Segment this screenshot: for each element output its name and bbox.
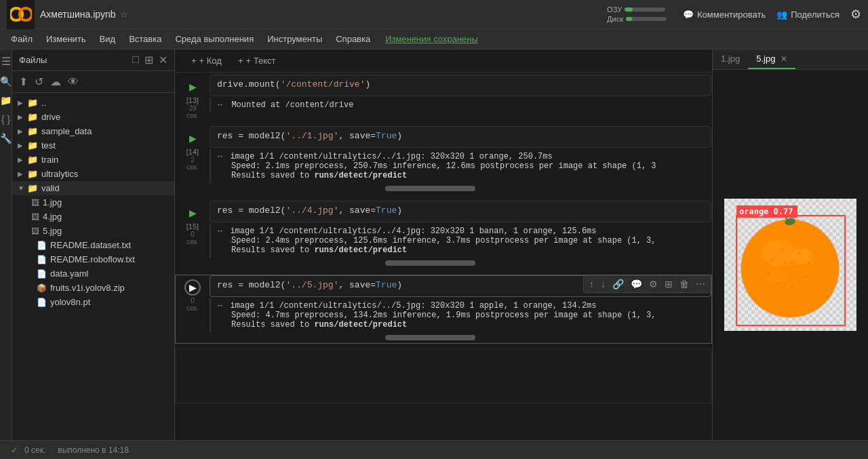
cell-15-gutter: ▶ [15] 0сек. xyxy=(176,201,210,268)
image-tab-close-icon[interactable]: ✕ xyxy=(781,54,787,64)
file-tree: ▶ 📁 .. ▶ 📁 drive ▶ 📁 sample_data ▶ 📁 tes… xyxy=(12,93,174,442)
menubar: Файл Изменить Вид Вставка Среда выполнен… xyxy=(0,29,868,49)
cell-settings-btn[interactable]: ⚙ xyxy=(646,277,660,291)
cell-comment-btn[interactable]: 💬 xyxy=(628,277,645,291)
cell-14-code[interactable]: res = model2('../1.jpg', save=True) xyxy=(210,126,711,148)
sidebar-toolbar: ⬆ ↺ ☁ 👁 xyxy=(12,71,174,93)
tree-folder-dotdot[interactable]: ▶ 📁 .. xyxy=(12,96,174,110)
top-right-actions: ОЗУ Диск 💬 Комментировать 👥 Поделиться ⚙ xyxy=(607,5,861,23)
code-icon[interactable]: { } xyxy=(1,114,10,125)
menu-runtime[interactable]: Среда выполнения xyxy=(170,33,259,45)
files-icon[interactable]: 📁 xyxy=(0,95,12,106)
cell-delete-btn[interactable]: 🗑 xyxy=(677,277,692,291)
refresh-icon[interactable]: ↺ xyxy=(33,74,45,89)
sidebar-toggle-icon[interactable]: ☰ xyxy=(1,55,11,68)
sidebar-header-icons: □ ⊞ ✕ xyxy=(132,54,167,66)
saved-status[interactable]: Изменения сохранены xyxy=(385,34,478,44)
tree-folder-train[interactable]: ▶ 📁 train xyxy=(12,153,174,167)
tree-file-readme-roboflow[interactable]: ▶ 📄 README.roboflow.txt xyxy=(12,252,174,266)
add-code-icon: + xyxy=(191,56,197,66)
new-file-icon[interactable]: □ xyxy=(132,54,139,66)
output-icon-14: ↔ xyxy=(218,152,222,161)
menu-help[interactable]: Справка xyxy=(330,33,376,45)
tree-file-fruits-zip[interactable]: ▶ 📦 fruits.v1i.yolov8.zip xyxy=(12,281,174,295)
cell-move-down-btn[interactable]: ↓ xyxy=(598,277,608,291)
upload-icon[interactable]: ⬆ xyxy=(18,74,29,89)
disk-progress xyxy=(626,17,667,21)
comment-button[interactable]: 💬 Комментировать xyxy=(683,9,766,20)
bottombar: ✓ 0 сек. выполнено в 14:18 xyxy=(0,440,868,459)
cell-toolbar: ↑ ↓ 🔗 💬 ⚙ ⊞ 🗑 ⋯ xyxy=(583,275,711,293)
cell-14-run-button[interactable]: ▶ xyxy=(184,130,201,146)
cell-active-scrollbar[interactable] xyxy=(210,334,711,342)
cell-14-scrollbar[interactable] xyxy=(210,184,711,193)
svg-point-14 xyxy=(798,252,800,254)
eye-icon[interactable]: 👁 xyxy=(66,75,80,89)
image-viewer: orange 0.77 xyxy=(713,70,868,459)
add-code-button[interactable]: + + Код xyxy=(186,54,227,68)
status-time: 0 сек. xyxy=(24,445,45,455)
cell-link-btn[interactable]: 🔗 xyxy=(610,277,627,291)
comment-icon: 💬 xyxy=(683,9,694,20)
cell-15-code[interactable]: res = model2('../4.jpg', save=True) xyxy=(210,201,711,222)
add-text-button[interactable]: + + Текст xyxy=(233,54,281,68)
right-panel: 1.jpg 5.jpg ✕ xyxy=(712,49,868,459)
resource-indicators: ОЗУ Диск xyxy=(607,5,667,23)
sidebar-title: Файлы xyxy=(19,55,47,65)
menu-file[interactable]: Файл xyxy=(5,33,38,45)
cell-14-gutter: ▶ [14] 2сек. xyxy=(176,126,210,194)
cell-15-run-button[interactable]: ▶ xyxy=(184,205,201,221)
cell-13-code[interactable]: drive.mount('/content/drive') xyxy=(210,75,711,96)
tree-file-1jpg[interactable]: 🖼 1.jpg xyxy=(12,195,174,209)
expand-icon[interactable]: ⊞ xyxy=(144,54,153,66)
cell-15-time: 0сек. xyxy=(186,231,199,245)
close-sidebar-icon[interactable]: ✕ xyxy=(159,54,167,66)
menu-tools[interactable]: Инструменты xyxy=(262,33,328,45)
cell-move-up-btn[interactable]: ↑ xyxy=(587,277,597,291)
cell-13-gutter: ▶ [13] 29сек. xyxy=(176,75,210,119)
cell-15-scrollbar[interactable] xyxy=(210,259,711,267)
tree-file-readme-dataset[interactable]: ▶ 📄 README.dataset.txt xyxy=(12,238,174,252)
tree-folder-valid[interactable]: ▼ 📁 valid xyxy=(12,181,174,195)
cell-13-run-button[interactable]: ▶ xyxy=(184,79,201,95)
tree-file-data-yaml[interactable]: ▶ 📄 data.yaml xyxy=(12,266,174,281)
cell-active-run-button[interactable]: ▶ xyxy=(184,279,201,296)
tree-file-4jpg[interactable]: 🖼 4.jpg xyxy=(12,209,174,224)
sidebar-header: Файлы □ ⊞ ✕ xyxy=(12,49,174,71)
tree-file-yolov8n[interactable]: ▶ 📄 yolov8n.pt xyxy=(12,295,174,309)
menu-insert[interactable]: Вставка xyxy=(123,33,167,45)
check-icon: ✓ xyxy=(11,445,18,455)
menu-view[interactable]: Вид xyxy=(94,33,121,45)
menu-edit[interactable]: Изменить xyxy=(41,33,92,45)
cell-14-number: [14] xyxy=(186,148,199,156)
output-icon-15: ↔ xyxy=(218,226,222,236)
svg-text:orange  0.77: orange 0.77 xyxy=(739,207,793,216)
image-tab-5jpg[interactable]: 5.jpg ✕ xyxy=(748,49,795,69)
image-tab-1jpg[interactable]: 1.jpg xyxy=(713,49,748,69)
star-icon[interactable]: ☆ xyxy=(120,9,128,20)
cell-13: ▶ [13] 29сек. drive.mount('/content/driv… xyxy=(175,74,712,120)
notebook-title: Ахметшина.ipynb xyxy=(40,9,116,20)
ram-progress xyxy=(625,7,665,12)
cell-14: ▶ [14] 2сек. res = model2('../1.jpg', sa… xyxy=(175,125,712,195)
output-icon-active: ↔ xyxy=(218,301,222,311)
tree-file-5jpg[interactable]: 🖼 5.jpg xyxy=(12,224,174,238)
disk-label-top: Диск xyxy=(607,15,623,23)
tree-folder-ultralytics[interactable]: ▶ 📁 ultralytics xyxy=(12,167,174,181)
tools-side-icon[interactable]: 🔧 xyxy=(0,133,12,144)
share-button[interactable]: 👥 Поделиться xyxy=(776,9,840,20)
cell-more-btn[interactable]: ⋯ xyxy=(693,277,708,291)
cell-expand-btn[interactable]: ⊞ xyxy=(662,277,675,291)
cell-13-number: [13] xyxy=(186,96,199,104)
settings-icon[interactable]: ⚙ xyxy=(850,7,861,22)
orange-image-container: orange 0.77 xyxy=(724,199,856,331)
svg-point-9 xyxy=(762,239,795,266)
sidebar: Файлы □ ⊞ ✕ ⬆ ↺ ☁ 👁 ▶ 📁 .. ▶ 📁 drive xyxy=(12,49,175,459)
notebook-area: + + Код + + Текст ▶ [13] 29сек. drive.mo… xyxy=(175,49,712,459)
search-icon[interactable]: 🔍 xyxy=(0,76,12,87)
connect-drive-icon[interactable]: ☁ xyxy=(49,74,62,89)
tree-folder-test[interactable]: ▶ 📁 test xyxy=(12,138,174,153)
tree-folder-drive[interactable]: ▶ 📁 drive xyxy=(12,110,174,124)
main-layout: ☰ 🔍 📁 { } 🔧 Файлы □ ⊞ ✕ ⬆ ↺ ☁ 👁 ▶ 📁 .. xyxy=(0,49,868,459)
tree-folder-sample-data[interactable]: ▶ 📁 sample_data xyxy=(12,124,174,138)
